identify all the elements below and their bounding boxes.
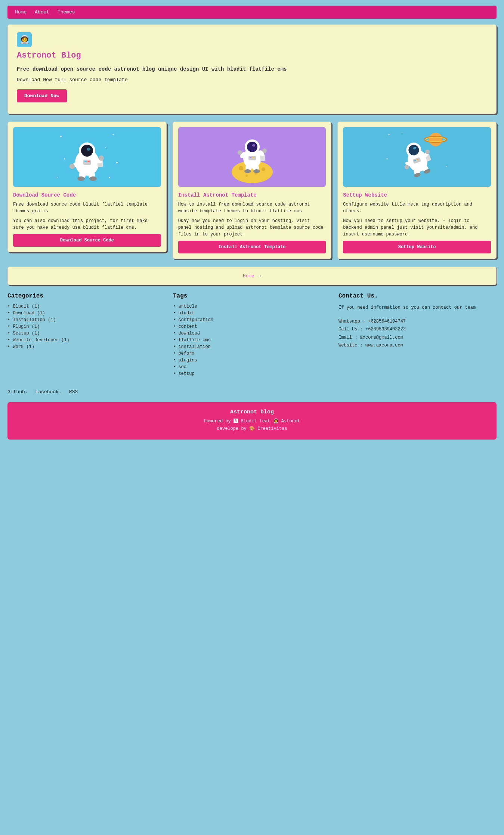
svg-point-0: [60, 136, 62, 137]
svg-point-10: [87, 148, 90, 151]
list-item[interactable]: download: [173, 331, 331, 336]
list-item[interactable]: Bludit (1): [7, 304, 166, 309]
svg-point-24: [239, 166, 243, 170]
list-item[interactable]: Download (1): [7, 311, 166, 316]
svg-point-35: [238, 150, 242, 155]
pagination-home-link[interactable]: Home: [243, 273, 254, 279]
card-1-image: [13, 127, 161, 187]
svg-point-31: [252, 144, 255, 147]
contact-call: Call Us : +62895339403223: [338, 326, 497, 334]
card-3-text2: Now you need to settup your website. - l…: [343, 218, 491, 238]
svg-point-50: [446, 166, 447, 167]
svg-point-26: [245, 175, 248, 177]
footer-bottom-line2: develope by 🎨 Creativitas: [16, 425, 488, 432]
card-1-title: Download Source Code: [13, 192, 161, 198]
svg-point-47: [389, 134, 390, 135]
card-install-template: Install Astronot Template How to install…: [173, 121, 332, 259]
card-2-text1: How to install free download source code…: [178, 201, 326, 215]
svg-rect-20: [83, 160, 91, 165]
svg-point-36: [262, 148, 267, 153]
footer-bottom: Astronot blog Powered by 🅱 Bludit feat 🧑…: [7, 402, 497, 440]
card-1-text1: Free download source code bludit flatfie…: [13, 201, 161, 215]
hero-sub: Download Now full source code template: [17, 77, 487, 83]
download-source-button[interactable]: Download Source Code: [13, 234, 161, 247]
nav-themes[interactable]: Themes: [58, 9, 75, 15]
astronaut-moon-icon: [219, 129, 286, 185]
list-item[interactable]: plugins: [173, 358, 331, 363]
contact-whatsapp: Whatsapp : +6285646104747: [338, 318, 497, 326]
svg-rect-22: [87, 161, 90, 162]
list-item[interactable]: settup: [173, 371, 331, 376]
hero-title: Astronot Blog: [17, 51, 487, 60]
svg-point-3: [64, 158, 65, 160]
contact-intro: If you need information so you can conta…: [338, 304, 497, 312]
hero-section: 🧑‍🚀 Astronot Blog Free download open sou…: [7, 24, 497, 114]
download-now-button[interactable]: Download Now: [17, 89, 67, 102]
list-item[interactable]: Installation (1): [7, 317, 166, 323]
tags-list: article bludit configuration content dow…: [173, 304, 331, 376]
contact-email: Email : axcora@gmail.com: [338, 334, 497, 342]
footer-contact-col: Contact Us. If you need information so y…: [338, 293, 497, 378]
card-3-title: Settup Website: [343, 192, 491, 198]
hero-icon: 🧑‍🚀: [17, 32, 32, 47]
list-item[interactable]: Plugin (1): [7, 324, 166, 329]
list-item[interactable]: installation: [173, 344, 331, 349]
contact-website: Website : www.axcora.com: [338, 342, 497, 350]
footer-top: Categories Bludit (1) Download (1) Insta…: [7, 293, 497, 378]
categories-list: Bludit (1) Download (1) Installation (1)…: [7, 304, 166, 349]
list-item[interactable]: seo: [173, 364, 331, 370]
cards-row: Download Source Code Free download sourc…: [7, 121, 497, 259]
list-item[interactable]: configuration: [173, 317, 331, 323]
install-template-button[interactable]: Install Astronot Template: [178, 241, 326, 253]
card-settup-website: Settup Website Configure website title m…: [337, 121, 497, 259]
svg-point-14: [69, 164, 75, 169]
svg-rect-43: [252, 157, 254, 158]
svg-point-9: [81, 145, 93, 157]
footer-links: Github. Facebook. RSS: [7, 385, 497, 395]
pagination-arrow: →: [258, 273, 261, 279]
svg-rect-21: [84, 161, 87, 162]
card-2-text2: Okay now you need to login on your hosti…: [178, 218, 326, 238]
card-3-text1: Configure website title meta tag descrip…: [343, 201, 491, 215]
list-item[interactable]: article: [173, 304, 331, 309]
tags-title: Tags: [173, 293, 331, 299]
footer-tags-col: Tags article bludit configuration conten…: [173, 293, 331, 378]
svg-rect-42: [250, 157, 251, 158]
categories-title: Categories: [7, 293, 166, 299]
svg-point-1: [112, 134, 114, 135]
svg-point-30: [247, 142, 257, 152]
svg-point-6: [109, 177, 110, 178]
nav-about[interactable]: About: [35, 9, 49, 15]
card-2-image: [178, 127, 326, 187]
footer-bottom-line1: Powered by 🅱 Bludit feat 🧑‍🚀 Astonot: [16, 418, 488, 425]
footer-github-link[interactable]: Github.: [7, 389, 28, 395]
svg-point-40: [253, 169, 260, 173]
card-3-image: [343, 127, 491, 187]
astronaut-planet-icon: [383, 129, 451, 185]
footer-facebook-link[interactable]: Facebook.: [35, 389, 62, 395]
list-item[interactable]: content: [173, 324, 331, 329]
card-download-source: Download Source Code Free download sourc…: [7, 121, 167, 252]
list-item[interactable]: flatfile cms: [173, 338, 331, 343]
card-1-text2: You can also download this project, for …: [13, 218, 161, 231]
footer-rss-link[interactable]: RSS: [69, 389, 78, 395]
footer-bottom-title: Astronot blog: [16, 409, 488, 415]
card-2-title: Install Astronot Template: [178, 192, 326, 198]
footer-categories-col: Categories Bludit (1) Download (1) Insta…: [7, 293, 166, 378]
main-nav: Home About Themes: [7, 6, 497, 19]
list-item[interactable]: Website Developer (1): [7, 338, 166, 343]
svg-point-27: [262, 167, 265, 171]
list-item[interactable]: Work (1): [7, 344, 166, 349]
list-item[interactable]: peform: [173, 351, 331, 356]
contact-title: Contact Us.: [338, 293, 497, 299]
nav-home[interactable]: Home: [15, 9, 27, 15]
svg-point-4: [116, 162, 118, 163]
svg-point-15: [99, 155, 104, 161]
svg-point-49: [387, 158, 388, 160]
list-item[interactable]: Settup (1): [7, 331, 166, 336]
svg-point-18: [77, 176, 85, 181]
settup-website-button[interactable]: Settup Website: [343, 241, 491, 253]
list-item[interactable]: bludit: [173, 311, 331, 316]
svg-point-5: [57, 177, 58, 178]
hero-description: Free download open source code astronot …: [17, 65, 487, 73]
